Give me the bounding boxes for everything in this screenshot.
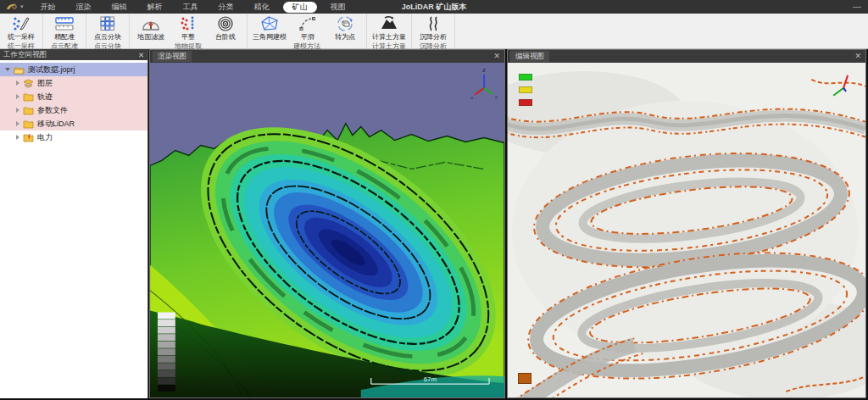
- tree-item-layers[interactable]: 图层: [0, 76, 147, 90]
- fine-registration-button[interactable]: 精配准: [47, 14, 82, 42]
- tree-item-label: 测试数据.joprj: [28, 64, 75, 75]
- menu-bar: 开始 渲染 编辑 解析 工具 分类 精化 矿山 视图: [31, 0, 356, 14]
- expand-arrow-icon[interactable]: [16, 94, 19, 99]
- tree-item-parameter-files[interactable]: 参数文件: [0, 103, 147, 117]
- tree-item-trajectory[interactable]: 轨迹: [0, 90, 147, 103]
- ribbon-group-earthwork: 计算土方量 计算土方量: [367, 14, 412, 48]
- layers-icon: [23, 79, 34, 88]
- resample-button[interactable]: 统一采样: [3, 14, 39, 42]
- menu-item-tools[interactable]: 工具: [173, 0, 209, 14]
- tree-item-power[interactable]: 电力: [0, 131, 147, 144]
- expand-arrow-icon[interactable]: [16, 121, 19, 126]
- smooth-button[interactable]: 平滑: [290, 14, 326, 42]
- menu-item-refine[interactable]: 精化: [244, 0, 280, 14]
- edit-viewport-canvas[interactable]: [508, 63, 865, 397]
- ground-filter-button[interactable]: 地面滤波: [133, 14, 169, 42]
- expand-arrow-icon[interactable]: [16, 135, 19, 140]
- expand-arrow-icon[interactable]: [5, 68, 10, 71]
- svg-text:x: x: [470, 95, 473, 100]
- settlement-analysis-button[interactable]: 沉降分析: [415, 14, 451, 42]
- ribbon-group-registration: 精配准 点云配准: [43, 14, 86, 48]
- registration-icon: [53, 14, 75, 32]
- folder-icon: [23, 106, 34, 115]
- expand-arrow-icon[interactable]: [16, 108, 19, 113]
- folder-electric-icon: [23, 133, 34, 142]
- tree-item-mobile-lidar[interactable]: 移动LiDAR: [0, 117, 147, 131]
- to-points-icon: [336, 14, 354, 32]
- folder-icon: [23, 119, 34, 129]
- edit-viewport: 编辑视图 ✕: [507, 49, 866, 398]
- tree-item-label: 参数文件: [37, 105, 68, 116]
- expand-arrow-icon[interactable]: [16, 81, 19, 86]
- ribbon-group-feature-extraction: 地面滤波 平整: [130, 14, 248, 48]
- class-legend: [519, 74, 532, 106]
- titlebar: ▾ 开始 渲染 编辑 解析 工具 分类 精化 矿山 视图 JoLiDAR 矿山版…: [0, 0, 868, 14]
- menu-item-view[interactable]: 视图: [320, 0, 356, 14]
- settlement-icon: [425, 14, 442, 32]
- tree-item-label: 图层: [37, 78, 53, 89]
- selection-marker: [518, 373, 531, 384]
- menu-item-analyze[interactable]: 解析: [137, 0, 173, 14]
- edit-viewport-header: 编辑视图 ✕: [508, 50, 865, 63]
- resample-icon: [11, 14, 31, 32]
- render-viewport: 渲染视图 ✕: [149, 49, 505, 398]
- bench-line-button[interactable]: 台阶线: [208, 14, 243, 42]
- bench-line-icon: [217, 14, 234, 32]
- menu-item-edit[interactable]: 编辑: [102, 0, 137, 14]
- ribbon-group-tiling: 点云分块 点云分块: [86, 14, 130, 48]
- workspace-panel-title: 工作空间视图: [3, 50, 47, 60]
- menu-item-mine[interactable]: 矿山: [283, 2, 317, 13]
- render-viewport-canvas[interactable]: 67m z x y: [150, 63, 504, 397]
- tin-model-button[interactable]: 三角网建模: [251, 14, 288, 42]
- svg-text:67m: 67m: [424, 375, 437, 383]
- edit-viewport-close-button[interactable]: ✕: [853, 51, 863, 62]
- menu-item-render[interactable]: 渲染: [66, 0, 102, 14]
- menu-item-start[interactable]: 开始: [31, 0, 66, 14]
- ribbon-group-resample: 统一采样 统一采样: [0, 14, 43, 48]
- workspace-panel-header: 工作空间视图 ✕: [0, 49, 147, 60]
- hillshade-scene: [508, 63, 865, 397]
- workspace-close-button[interactable]: ✕: [138, 51, 144, 59]
- to-points-button[interactable]: 转为点: [327, 14, 363, 42]
- app-logo-icon[interactable]: [5, 2, 19, 12]
- tree-item-label: 电力: [37, 132, 53, 143]
- window-title: JoLiDAR 矿山版本: [402, 2, 467, 13]
- ground-filter-icon: [141, 14, 161, 32]
- tiling-button[interactable]: 点云分块: [90, 14, 125, 42]
- menu-item-classify[interactable]: 分类: [209, 0, 244, 14]
- legend-swatch-green: [519, 74, 532, 81]
- render-viewport-header: 渲染视图 ✕: [150, 50, 504, 63]
- tree-item-project-root[interactable]: 测试数据.joprj: [0, 63, 147, 76]
- tree-item-label: 轨迹: [37, 92, 53, 103]
- minimize-button[interactable]: —: [853, 0, 861, 14]
- ribbon-toolbar: 统一采样 统一采样 精配准 点云配准: [0, 14, 868, 49]
- svg-text:z: z: [482, 67, 486, 73]
- tree-item-label: 移动LiDAR: [37, 119, 75, 130]
- legend-swatch-red: [519, 99, 532, 106]
- earthwork-button[interactable]: 计算土方量: [370, 14, 408, 42]
- render-viewport-tab[interactable]: 渲染视图: [153, 51, 192, 62]
- smooth-icon: [298, 14, 317, 32]
- legend-swatch-yellow: [519, 86, 532, 93]
- elevation-legend: [158, 313, 175, 392]
- folder-icon: [23, 92, 34, 102]
- earthwork-icon: [378, 14, 400, 32]
- tin-model-icon: [259, 14, 281, 32]
- folder-open-icon: [14, 65, 25, 75]
- ribbon-group-modeling: 三角网建模 平滑: [248, 14, 367, 48]
- svg-text:y: y: [495, 94, 498, 99]
- tiling-icon: [98, 14, 117, 32]
- ribbon-group-settlement: 沉降分析 沉降分析: [412, 14, 455, 48]
- terrain-3d-scene: 67m z x y: [150, 63, 504, 397]
- project-tree: 测试数据.joprj 图层 轨迹 参数文件: [0, 60, 147, 144]
- flatten-button[interactable]: 平整: [170, 14, 206, 42]
- render-viewport-close-button[interactable]: ✕: [492, 51, 502, 62]
- flatten-icon: [179, 14, 198, 32]
- edit-viewport-tab[interactable]: 编辑视图: [510, 51, 549, 62]
- caret-down-icon[interactable]: ▾: [20, 3, 24, 10]
- workspace-panel: 工作空间视图 ✕ 测试数据.joprj 图层 轨迹: [0, 49, 148, 398]
